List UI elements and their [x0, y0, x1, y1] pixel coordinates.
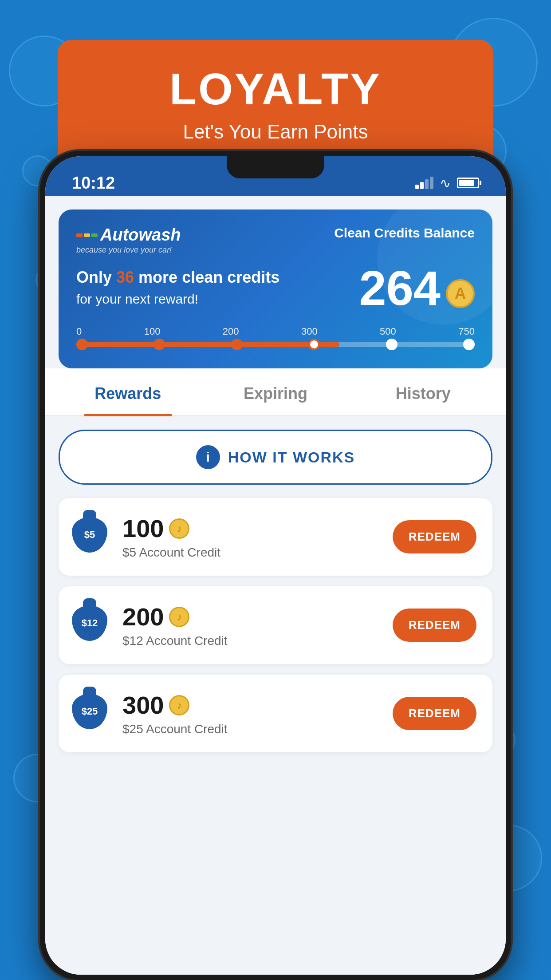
- credits-card: Autowash because you love your car! Clea…: [59, 209, 492, 368]
- progress-dot-0: [76, 339, 88, 350]
- progress-track: [76, 342, 475, 347]
- reward-points-100: 100 ♪: [122, 514, 393, 543]
- redeem-button-200[interactable]: REDEEM: [393, 609, 476, 642]
- screen-content: Autowash because you love your car! Clea…: [45, 196, 506, 975]
- how-it-works-button[interactable]: i HOW IT WORKS: [59, 430, 492, 485]
- progress-dot-500: [386, 339, 398, 350]
- how-it-works-label: HOW IT WORKS: [228, 449, 355, 466]
- reward-coin-100: ♪: [169, 518, 189, 539]
- balance-number: 264: [359, 264, 441, 312]
- progress-dot-200: [231, 339, 243, 350]
- info-icon: i: [196, 445, 220, 469]
- reward-card-200: $12 200 ♪ $12 Account Credit REDEEM: [59, 586, 492, 664]
- logo-text: Autowash: [100, 225, 181, 245]
- reward-coin-200: ♪: [169, 607, 189, 627]
- reward-coin-300: ♪: [169, 695, 189, 715]
- status-icons: ∿: [415, 175, 479, 191]
- card-header: Autowash because you love your car! Clea…: [76, 225, 475, 255]
- progress-dot-750: [463, 339, 475, 350]
- coin-icon: A: [446, 279, 475, 308]
- banner-title: LOYALTY: [75, 67, 476, 111]
- reward-info-100: 100 ♪ $5 Account Credit: [122, 514, 393, 560]
- progress-labels: 0 100 200 300 500 750: [76, 326, 475, 337]
- reward-desc-100: $5 Account Credit: [122, 545, 393, 560]
- reward-points-300: 300 ♪: [122, 691, 393, 719]
- notch: [227, 156, 324, 178]
- reward-bag-icon-300: $25: [72, 694, 112, 734]
- reward-info-200: 200 ♪ $12 Account Credit: [122, 602, 393, 648]
- reward-desc-300: $25 Account Credit: [122, 722, 393, 736]
- tab-history[interactable]: History: [349, 368, 497, 415]
- redeem-button-100[interactable]: REDEEM: [393, 520, 476, 553]
- tabs-bar: Rewards Expiring History: [45, 368, 506, 416]
- progress-section: 0 100 200 300 500 750: [76, 326, 475, 347]
- balance-amount: 264 A: [359, 264, 475, 312]
- progress-dots: [76, 339, 475, 350]
- logo-tagline: because you love your car!: [76, 245, 181, 255]
- redeem-button-300[interactable]: REDEEM: [393, 697, 476, 730]
- tab-rewards[interactable]: Rewards: [54, 368, 202, 415]
- battery-icon: [457, 178, 479, 188]
- autowash-logo: Autowash because you love your car!: [76, 225, 181, 255]
- balance-label: Clean Credits Balance: [334, 225, 475, 241]
- content-area: i HOW IT WORKS $5 100 ♪: [59, 416, 492, 752]
- wifi-icon: ∿: [440, 175, 451, 191]
- reward-desc-200: $12 Account Credit: [122, 634, 393, 648]
- reward-card-300: $25 300 ♪ $25 Account Credit REDEEM: [59, 675, 492, 752]
- phone-frame: 10:12 ∿: [40, 151, 511, 980]
- credits-needed-text: Only 36 more clean credits for your next…: [76, 267, 279, 309]
- reward-card-100: $5 100 ♪ $5 Account Credit REDEEM: [59, 498, 492, 576]
- card-body: Only 36 more clean credits for your next…: [76, 264, 475, 312]
- reward-info-300: 300 ♪ $25 Account Credit: [122, 691, 393, 736]
- tab-expiring[interactable]: Expiring: [202, 368, 350, 415]
- reward-points-200: 200 ♪: [122, 602, 393, 631]
- reward-bag-icon-200: $12: [72, 605, 112, 645]
- status-time: 10:12: [72, 174, 115, 193]
- phone-screen: 10:12 ∿: [45, 156, 506, 975]
- status-bar: 10:12 ∿: [45, 156, 506, 196]
- progress-dot-300: [308, 339, 320, 350]
- signal-icon: [415, 177, 433, 189]
- progress-dot-100: [153, 339, 165, 350]
- reward-bag-icon-100: $5: [72, 517, 112, 557]
